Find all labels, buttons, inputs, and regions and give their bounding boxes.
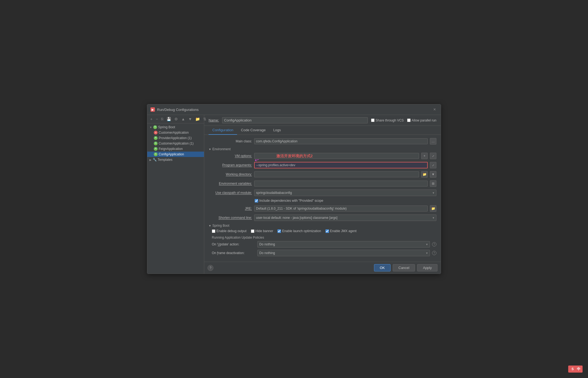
enable-launch-text: Enable launch optimization — [282, 229, 321, 233]
bottom-right: OK Cancel Apply — [374, 264, 437, 271]
enable-jmx-checkbox[interactable] — [325, 229, 329, 233]
working-dir-label: Working directory: — [209, 172, 252, 176]
enable-debug-checkbox[interactable] — [212, 229, 215, 233]
enable-launch-label[interactable]: Enable launch optimization — [277, 229, 321, 233]
classpath-select[interactable]: springcloudalibabaconfig — [254, 190, 436, 196]
tree-item-templates[interactable]: ▶ 🔧 Templates — [147, 157, 204, 162]
tab-code-coverage[interactable]: Code Coverage — [237, 126, 269, 135]
jre-input[interactable] — [254, 206, 428, 212]
expand-arrow: ▶ — [149, 158, 152, 161]
copy-button[interactable]: ⎘ — [160, 116, 165, 122]
update-action-select[interactable]: Do nothing Update classes and resources … — [257, 241, 430, 248]
tree-item-feign-app[interactable]: 🍃 FeignApplication — [147, 146, 204, 152]
vm-options-expand-btn[interactable]: ⤢ — [430, 153, 436, 159]
frame-deact-select-wrapper: Do nothing Update classes and resources … — [257, 250, 430, 256]
include-deps-label[interactable]: Include dependencies with "Provided" sco… — [255, 199, 323, 203]
shorten-cmd-select[interactable]: user-local default: none - java [options… — [254, 214, 436, 221]
save-button[interactable]: 💾 — [165, 116, 172, 122]
name-input[interactable] — [222, 117, 368, 123]
share-vcs-checkbox[interactable] — [371, 118, 375, 122]
shorten-cmd-label: Shorten command line: — [209, 216, 252, 220]
jre-browse-btn[interactable]: 📁 — [430, 205, 436, 212]
title-bar: ▶ Run/Debug Configurations × — [147, 104, 441, 115]
working-dir-dropdown-btn[interactable]: ▼ — [430, 171, 436, 178]
spring-boot-section-header[interactable]: ▼ Spring Boot — [209, 224, 436, 228]
update-policies: On 'Update' action: Do nothing Update cl… — [212, 241, 436, 256]
hide-banner-text: Hide banner — [255, 229, 273, 233]
tree-item-config-app[interactable]: 🍃 ConfigApplication — [147, 152, 204, 157]
frame-deact-select[interactable]: Do nothing Update classes and resources … — [257, 250, 430, 256]
main-class-row: Main class: … — [209, 138, 436, 145]
allow-parallel-label[interactable]: Allow parallel run — [407, 118, 436, 122]
name-label: Name: — [209, 118, 219, 122]
vm-options-add-btn[interactable]: + — [421, 153, 428, 159]
spring-boot-arrow: ▼ — [209, 224, 211, 227]
allow-parallel-checkbox[interactable] — [407, 118, 411, 122]
tree-item-provider-app[interactable]: 🍃 ProviderApplication (1) — [147, 135, 204, 141]
share-vcs-label[interactable]: Share through VCS — [371, 118, 404, 122]
bottom-bar: ? OK Cancel Apply — [204, 262, 441, 274]
hide-banner-label[interactable]: Hide banner — [251, 229, 273, 233]
spring-icon: 🍃 — [154, 147, 158, 151]
vm-options-label: VM options: — [209, 154, 252, 158]
program-args-expand-btn[interactable]: ⤢ — [430, 162, 436, 168]
program-args-label: Program arguments: — [209, 163, 252, 167]
spring-icon: 🍃 — [154, 142, 158, 145]
form-area: Main class: … ▼ Environment VM options: … — [204, 135, 441, 262]
jre-row: JRE: 📁 — [209, 205, 436, 212]
main-class-input[interactable] — [254, 138, 428, 144]
folder-button[interactable]: 📁 — [194, 116, 201, 122]
enable-jmx-label[interactable]: Enable JMX agent — [325, 229, 357, 233]
enable-launch-checkbox[interactable] — [277, 229, 281, 233]
env-vars-row: Environment variables: ⊞ — [209, 180, 436, 187]
help-button[interactable]: ? — [207, 265, 213, 271]
enable-debug-label[interactable]: Enable debug output — [212, 229, 247, 233]
tree-item-customer-app[interactable]: ✕ CustomerApplication — [147, 130, 204, 135]
classpath-row: Use classpath of module: springcloudalib… — [209, 190, 436, 196]
environment-label: Environment — [212, 147, 231, 151]
error-icon: ✕ — [154, 131, 158, 134]
vm-options-input[interactable] — [254, 153, 419, 159]
tab-configuration[interactable]: Configuration — [209, 126, 237, 135]
main-class-browse-btn[interactable]: … — [430, 138, 436, 145]
tab-logs[interactable]: Logs — [269, 126, 285, 135]
env-vars-btn[interactable]: ⊞ — [430, 180, 436, 187]
down-button[interactable]: ▼ — [187, 116, 193, 122]
add-button[interactable]: + — [149, 116, 154, 122]
spring-icon: 🍃 — [154, 152, 158, 156]
share-vcs-text: Share through VCS — [376, 118, 404, 122]
up-button[interactable]: ▲ — [180, 116, 186, 122]
env-vars-input[interactable] — [254, 181, 428, 187]
program-args-container: 激活开发环境的方式2 ↙ Program arguments: ⤢ — [209, 162, 436, 168]
templates-folder-icon: 🔧 — [153, 158, 156, 162]
tree-item-customer-app1[interactable]: 🍃 CustomerApplication (1) — [147, 141, 204, 146]
tree-item-spring-boot[interactable]: ▼ 🍃 Spring Boot — [147, 124, 204, 130]
close-button[interactable]: × — [432, 107, 437, 113]
working-dir-input[interactable] — [254, 171, 419, 177]
update-action-select-wrapper: Do nothing Update classes and resources … — [257, 241, 430, 248]
include-deps-text: Include dependencies with "Provided" sco… — [259, 199, 323, 203]
ok-button[interactable]: OK — [374, 264, 391, 271]
environment-section-header[interactable]: ▼ Environment — [209, 147, 436, 151]
program-args-input[interactable] — [254, 162, 428, 168]
working-dir-browse-btn[interactable]: 📁 — [421, 171, 428, 178]
remove-button[interactable]: − — [154, 116, 159, 122]
tree-item-label: ProviderApplication (1) — [159, 136, 191, 140]
tree-item-label: CustomerApplication (1) — [159, 142, 194, 145]
tree-item-label: ConfigApplication — [159, 152, 184, 156]
bottom-left: ? — [207, 265, 213, 271]
env-vars-label: Environment variables: — [209, 182, 252, 185]
frame-deact-help[interactable]: ? — [432, 251, 436, 255]
config-tree: ▼ 🍃 Spring Boot ✕ CustomerApplication 🍃 … — [147, 123, 204, 274]
working-dir-row: Working directory: 📁 ▼ — [209, 171, 436, 178]
include-deps-checkbox[interactable] — [255, 199, 258, 203]
run-debug-dialog: ▶ Run/Debug Configurations × + − ⎘ 💾 ⚙ ▲… — [147, 104, 441, 274]
cancel-button[interactable]: Cancel — [393, 264, 415, 271]
apply-button[interactable]: Apply — [417, 264, 437, 271]
jre-label: JRE: — [209, 207, 252, 210]
settings-button[interactable]: ⚙ — [173, 116, 179, 122]
hide-banner-checkbox[interactable] — [251, 229, 254, 233]
tree-item-label: FeignApplication — [159, 147, 183, 151]
update-action-help[interactable]: ? — [432, 242, 436, 246]
update-action-label: On 'Update' action: — [212, 242, 255, 246]
